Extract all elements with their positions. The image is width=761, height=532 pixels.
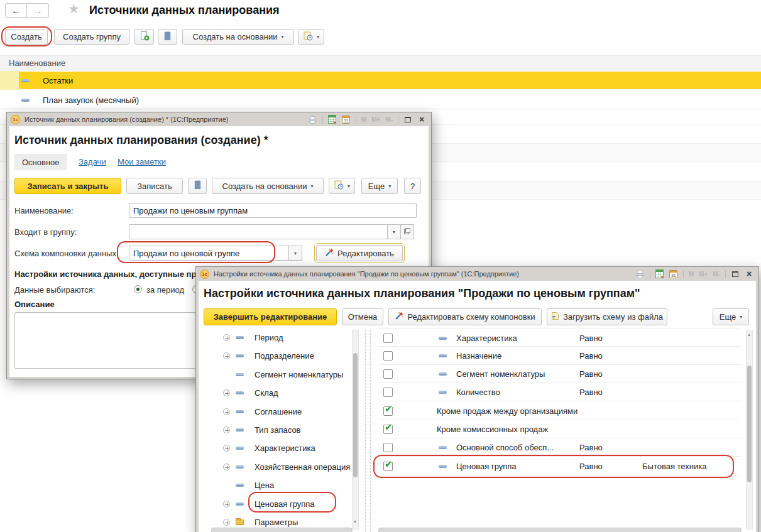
tree-horizontal-scrollbar[interactable] [211,528,353,532]
expand-icon[interactable] [223,519,230,526]
save-and-close-button[interactable]: Записать и закрыть [14,178,121,194]
tree-item-subdivision[interactable]: Подразделение [211,347,357,365]
edit-schema-button[interactable]: Редактировать [316,245,403,261]
tree-scrollbar-thumb[interactable] [353,353,358,477]
list-view-button[interactable] [188,178,207,194]
new-document-button[interactable] [134,29,154,45]
close-icon[interactable]: × [743,269,755,279]
conditions-scrollbar[interactable]: ▴ [746,330,753,529]
name-field[interactable] [129,203,417,218]
scroll-up-icon[interactable]: ▴ [748,332,750,337]
memory-recall-button[interactable]: M [687,271,695,278]
conditions-scrollbar-thumb[interactable] [747,366,752,482]
create-button[interactable]: Создать [5,29,48,45]
tree-item-nomenclature-segment[interactable]: Сегмент номенклатуры [211,366,357,384]
conditions-horizontal-scrollbar[interactable] [378,528,742,532]
calendar-icon[interactable]: 31 [341,114,352,124]
expand-icon[interactable] [223,352,230,359]
group-open-button[interactable] [400,224,414,239]
group-field-label: Входит в группу: [14,227,77,237]
expand-icon[interactable] [223,334,230,341]
tree-item-period[interactable]: Период [211,328,357,347]
list-view-button[interactable] [158,29,177,45]
condition-checkbox[interactable] [383,334,393,343]
condition-checkbox[interactable] [383,351,393,361]
condition-checkbox[interactable] [383,443,393,452]
scroll-down-icon[interactable]: ▾ [354,519,356,524]
create-group-button[interactable]: Создать группу [54,29,129,45]
print-icon[interactable] [635,269,646,279]
condition-row-price-group[interactable]: Ценовая группа Равно Бытовая техника [378,457,742,475]
create-based-on-button[interactable]: Создать на основании ▾ [212,178,324,194]
tree-item-warehouse[interactable]: Склад [211,384,357,402]
maximize-icon[interactable] [402,114,413,124]
more-button[interactable]: Еще ▾ [713,308,749,325]
tree-item-price-group[interactable]: Ценовая группа [211,495,357,513]
condition-checkbox[interactable] [383,369,393,379]
period-radio[interactable] [134,285,142,293]
create-based-on-button[interactable]: Создать на основании ▾ [182,29,294,45]
maximize-icon[interactable] [730,269,741,279]
window-titlebar[interactable]: 1с Источник данных планирования (создани… [7,112,431,126]
tree-scrollbar[interactable]: ▾ [352,330,359,529]
condition-row-purpose[interactable]: Назначение Равно [378,347,742,365]
copy-history-button[interactable]: ▾ [298,29,324,45]
save-button[interactable]: Записать [126,178,183,194]
memory-add-button[interactable]: M+ [370,116,381,123]
condition-row-quantity[interactable]: Количество Равно [378,383,742,401]
group-field[interactable] [129,224,388,239]
group-dropdown-button[interactable]: ▾ [387,224,401,239]
expand-icon[interactable] [223,408,230,415]
window-titlebar[interactable]: 1с Настройки источника данных планирован… [196,267,758,281]
condition-checkbox[interactable] [383,388,393,397]
load-schema-button[interactable]: Загрузить схему из файла [547,308,667,325]
tree-item-characteristic[interactable]: Характеристика [211,439,357,457]
tree-item-label: Параметры [255,518,298,527]
condition-row-nomenclature-segment[interactable]: Сегмент номенклатуры Равно [378,365,742,383]
list-item[interactable]: Остатки [0,71,761,90]
chevron-down-icon: ▾ [388,183,391,189]
schema-dropdown-button[interactable]: ▾ [288,246,302,261]
close-icon[interactable]: × [416,114,427,124]
finish-editing-button[interactable]: Завершить редактирование [204,308,337,325]
expand-icon[interactable] [223,501,230,508]
expand-icon[interactable] [223,426,230,433]
condition-row-characteristic[interactable]: Характеристика Равно [378,328,742,347]
memory-subtract-button[interactable]: M- [711,271,721,278]
forward-icon[interactable]: → [27,3,49,18]
memory-add-button[interactable]: M+ [698,271,709,278]
more-button[interactable]: Еще ▾ [361,178,398,194]
favorite-star-icon[interactable]: ★ [68,1,80,16]
condition-row-supply-method[interactable]: Основной способ обесп... Равно [378,438,742,457]
panel-splitter[interactable] [365,330,371,532]
schema-field[interactable] [129,246,289,261]
condition-checkbox[interactable] [383,462,393,471]
tab-tasks[interactable]: Задачи [79,157,106,166]
column-header-row[interactable]: Наименование [0,55,761,70]
edit-composition-schema-button[interactable]: Редактировать схему компоновки [388,308,542,325]
condition-row-exclude-commission[interactable]: Кроме комиссионных продаж [378,420,742,438]
calendar-icon[interactable]: 31 [668,269,679,279]
condition-row-exclude-intercompany[interactable]: Кроме продаж между организациями [378,402,742,420]
memory-recall-button[interactable]: M [360,116,368,123]
calculator-icon[interactable] [654,269,665,279]
list-item[interactable]: План закупок (месячный) [0,90,761,109]
condition-checkbox[interactable] [383,425,393,434]
tab-my-notes[interactable]: Мои заметки [118,157,166,166]
copy-history-button[interactable]: ▾ [329,178,355,194]
tree-item-agreement[interactable]: Соглашение [211,403,357,421]
tree-item-business-operation[interactable]: Хозяйственная операция [211,458,357,476]
expand-icon[interactable] [223,445,230,452]
tree-item-price[interactable]: Цена [211,476,357,494]
help-button[interactable]: ? [404,178,421,194]
back-icon[interactable]: ← [5,3,27,18]
calculator-icon[interactable] [327,114,338,124]
memory-subtract-button[interactable]: M- [384,116,394,123]
tab-main[interactable]: Основное [14,154,67,170]
expand-icon[interactable] [223,389,230,396]
print-icon[interactable] [307,114,319,124]
expand-icon[interactable] [223,464,230,470]
condition-checkbox[interactable] [383,406,393,416]
tree-item-stock-type[interactable]: Тип запасов [211,421,357,439]
cancel-button[interactable]: Отмена [342,308,383,325]
